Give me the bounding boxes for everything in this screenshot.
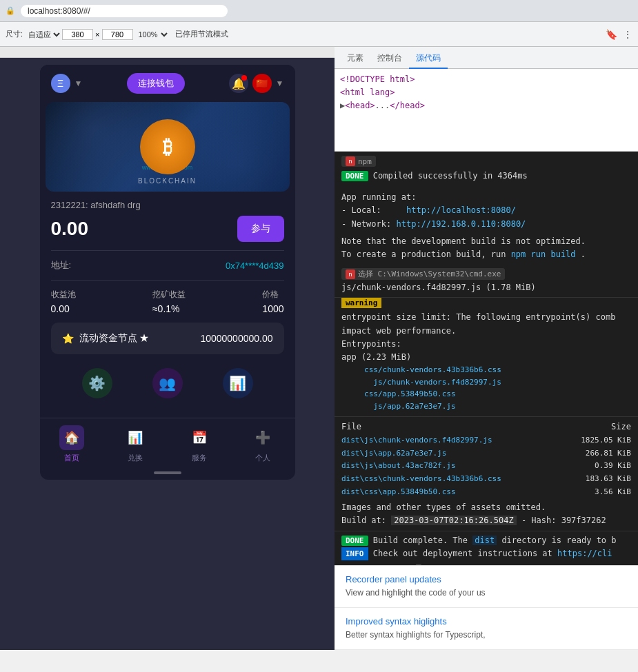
build-complete2: directory is ready to b — [501, 536, 616, 545]
main-layout: Ξ ▼ 连接钱包 🔔 🇨🇳 ▼ ₿ BLOCKCHAIN w — [0, 47, 638, 650]
build-at-line: Build at: 2023-03-07T02:16:26.504Z - Has… — [341, 514, 631, 527]
deploy-url: https://cli — [557, 549, 612, 558]
liquidity-value: 10000000000.00 — [200, 333, 272, 344]
entrypoints-label: Entrypoints: — [341, 338, 631, 351]
note-period: . — [581, 250, 586, 259]
balance-row: 0.00 参与 — [51, 216, 284, 242]
header-right: 🔔 🇨🇳 ▼ — [229, 74, 284, 93]
cmd-label: 选择 C:\Windows\System32\cmd.exe — [358, 269, 501, 279]
app-header: Ξ ▼ 连接钱包 🔔 🇨🇳 ▼ — [40, 65, 295, 102]
hint-item-1: Recorder panel updates View and highligh… — [335, 566, 638, 608]
content-area: 2312221: afshdafh drg 0.00 参与 地址: 0x74**… — [40, 192, 295, 418]
npm-icon: n — [346, 156, 355, 166]
bitcoin-logo: ₿ — [140, 119, 195, 174]
build-at-label: Build at: — [341, 516, 391, 525]
balance-value: 0.00 — [51, 218, 89, 240]
more-icon[interactable]: ⋮ — [623, 29, 632, 40]
done-build-badge: DONE — [341, 536, 368, 546]
join-button[interactable]: 参与 — [237, 216, 284, 242]
local-url-line: - Local: http://localhost:8080/ — [341, 204, 631, 217]
browser-url[interactable]: localhost:8080/#/ — [21, 5, 228, 17]
file-size-3: 0.39 KiB — [595, 460, 631, 473]
bookmark-icon[interactable]: 🔖 — [606, 29, 617, 40]
cmd-source-row: n 选择 C:\Windows\System32\cmd.exe — [341, 268, 631, 281]
profile-nav-label: 个人 — [255, 453, 270, 463]
file-table-section: File Size dist\js\chunk-vendors.f4d82997… — [335, 417, 638, 530]
star-icon: ⭐ — [62, 333, 74, 344]
home-nav-icon: 🏠 — [59, 425, 84, 450]
app-entry-line: app (2.23 MiB) — [341, 351, 631, 364]
yield-pool-col: 收益池 0.00 — [51, 289, 76, 314]
price-label: 价格 — [262, 289, 283, 301]
notification-dot — [241, 75, 247, 81]
width-input[interactable] — [62, 29, 93, 40]
notification-icon[interactable]: 🔔 — [229, 74, 248, 93]
hero-image: ₿ BLOCKCHAIN www.hwyxym.com — [46, 102, 290, 192]
network-dropdown-arrow[interactable]: ▼ — [74, 79, 83, 88]
tab-console[interactable]: 控制台 — [370, 49, 409, 69]
cmd-icon: n — [346, 269, 355, 279]
chunk-file-line: js/chunk-vendors.f4d82997.js (1.78 MiB) — [341, 281, 631, 294]
html-line-2: <html lang> — [340, 86, 632, 99]
lang-dropdown-arrow[interactable]: ▼ — [276, 79, 284, 88]
blockchain-label: BLOCKCHAIN — [138, 177, 197, 185]
zoom-select[interactable]: 100% — [136, 30, 170, 39]
npm-label: npm — [358, 157, 372, 166]
tab-source[interactable]: 源代码 — [409, 49, 448, 69]
size-preset-select[interactable]: 自适应 — [26, 30, 62, 39]
mining-income-value: ≈0.1% — [152, 303, 186, 314]
doctype-tag: <!DOCTYPE html> — [340, 74, 415, 84]
hint-item-2: Improved syntax higlights Better syntax … — [335, 608, 638, 650]
app-running-section: App running at: - Local: http://localhos… — [335, 187, 638, 265]
hint-panel: Recorder panel updates View and highligh… — [335, 565, 638, 650]
nav-item-home[interactable]: 🏠 首页 — [59, 425, 84, 463]
hint-title-1: Recorder panel updates — [346, 574, 627, 584]
liquidity-label: 流动资金节点 ★ — [79, 332, 150, 345]
flag-icon[interactable]: 🇨🇳 — [252, 74, 272, 93]
nav-item-service[interactable]: 📅 服务 — [187, 425, 212, 463]
hint-title-2: Improved syntax higlights — [346, 616, 627, 627]
compiled-text: Compiled successfully in 4364ms — [373, 171, 528, 181]
home-nav-label: 首页 — [64, 453, 79, 463]
service-nav-icon: 📅 — [187, 425, 212, 450]
devtools-top-tabs: 元素 控制台 源代码 — [335, 47, 638, 69]
nav-item-exchange[interactable]: 📊 兑换 — [123, 425, 148, 463]
settings-action-icon[interactable]: ⚙️ — [82, 368, 112, 398]
height-input[interactable] — [102, 29, 133, 40]
build-complete1: Build complete. The — [373, 536, 473, 545]
nav-item-profile[interactable]: ➕ 个人 — [250, 425, 275, 463]
app-running-line: App running at: — [341, 191, 631, 204]
local-label: - Local: — [341, 205, 381, 215]
tab-elements[interactable]: 元素 — [340, 49, 370, 69]
liquidity-label-group: ⭐ 流动资金节点 ★ — [62, 332, 150, 345]
eth-icon: Ξ — [51, 74, 70, 93]
local-url: http://localhost:8080/ — [406, 205, 516, 215]
note-line2-text: To create a production build, run — [341, 250, 511, 259]
info-deploy-line: INFO Check out deployment instructions a… — [341, 547, 631, 561]
file-size-5: 3.56 KiB — [595, 486, 631, 499]
right-side: 元素 控制台 源代码 <!DOCTYPE html> <html lang> ▶… — [335, 47, 638, 650]
chart-action-icon[interactable]: 📊 — [223, 368, 253, 398]
connect-wallet-button[interactable]: 连接钱包 — [127, 73, 185, 94]
terminal-panel: n npm DONE Compiled successfully in 4364… — [335, 152, 638, 565]
bottom-nav: 🏠 首页 📊 兑换 📅 服务 ➕ 个人 — [40, 418, 295, 466]
file-row-1: dist\js\chunk-vendors.f4d82997.js 1825.0… — [341, 434, 631, 447]
file-row-4: dist\css\chunk-vendors.43b336b6.css 183.… — [341, 473, 631, 486]
header-left: Ξ ▼ — [51, 74, 83, 93]
npm-run-build: npm run build — [511, 250, 576, 259]
size-col-header: Size — [611, 420, 631, 434]
lock-icon: 🔒 — [6, 6, 15, 15]
dist-word: dist — [472, 536, 497, 545]
file-name-3: dist\js\about.43ac782f.js — [341, 460, 456, 473]
exchange-nav-label: 兑换 — [128, 453, 143, 463]
info-badge: INFO — [341, 547, 368, 561]
npm-source-row: n npm — [341, 156, 631, 170]
users-action-icon[interactable]: 👥 — [152, 368, 183, 398]
build-time: 2023-03-07T02:16:26.504Z — [391, 516, 516, 525]
scroll-dots — [154, 471, 181, 474]
done-badge: DONE — [341, 171, 368, 181]
cmd-section: n 选择 C:\Windows\System32\cmd.exe js/chun… — [335, 265, 638, 298]
exchange-nav-icon: 📊 — [123, 425, 148, 450]
entry-file-3: css/app.53849b50.css — [341, 388, 631, 400]
network-url: http://192.168.0.110:8080/ — [396, 219, 526, 229]
